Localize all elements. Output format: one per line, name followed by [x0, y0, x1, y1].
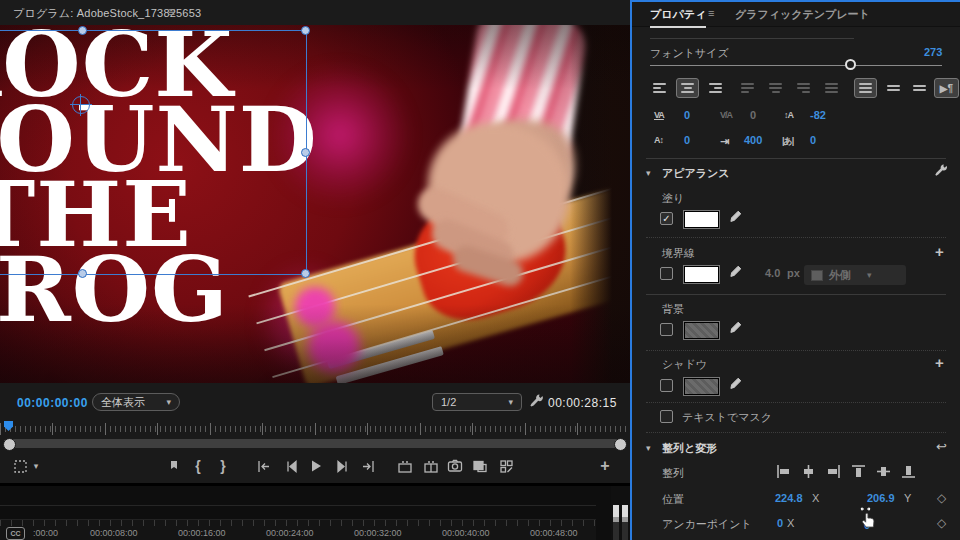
panel-menu-icon[interactable]: ≡ [708, 7, 714, 19]
mark-in-icon[interactable]: { [186, 455, 210, 477]
step-forward-icon[interactable] [330, 455, 354, 477]
stroke-eyedropper-icon[interactable] [729, 264, 742, 282]
align-objects-center-h-icon[interactable] [801, 464, 816, 479]
comparison-view-icon[interactable] [468, 455, 492, 477]
fill-eyedropper-icon[interactable] [729, 209, 742, 227]
chevron-down-icon[interactable]: ▾ [646, 443, 651, 453]
background-color-swatch[interactable] [684, 322, 719, 339]
stroke-checkbox[interactable] [660, 267, 673, 280]
add-marker-icon[interactable] [162, 455, 186, 477]
leading-value[interactable]: -82 [810, 109, 826, 121]
closed-caption-badge[interactable]: CC [6, 527, 25, 540]
shadow-label: シャドウ [662, 357, 707, 372]
scroll-knob-right[interactable] [614, 438, 627, 451]
align-right-button[interactable] [704, 78, 727, 98]
font-size-slider-handle[interactable] [845, 59, 856, 70]
vertical-align-center-button[interactable] [882, 78, 905, 98]
stroke-type-select[interactable]: 外側 ▾ [804, 265, 906, 285]
anchor-y-value[interactable]: 0 [864, 519, 870, 531]
selection-bounding-box[interactable] [0, 30, 307, 275]
selection-marquee-icon[interactable] [8, 455, 32, 477]
add-shadow-button[interactable]: + [935, 354, 944, 371]
multi-camera-icon[interactable] [494, 455, 518, 477]
align-objects-top-icon[interactable] [851, 464, 866, 479]
font-size-value[interactable]: 273 [924, 46, 942, 58]
text-direction-horizontal-button[interactable]: ▶¶ [934, 78, 959, 98]
playback-resolution-select[interactable]: 1/2▾ [432, 393, 522, 411]
anchor-x-value[interactable]: 0 [777, 517, 783, 529]
timeline-ruler[interactable]: CC :00:00 00:00:08:00 00:00:16:00 00:00:… [0, 519, 596, 540]
leading-icon: ↕A [784, 110, 793, 120]
anchor-keyframe-icon[interactable]: ◇ [937, 516, 946, 530]
mark-out-icon[interactable]: } [211, 455, 235, 477]
justify-last-center-button[interactable] [764, 78, 787, 98]
row-divider [646, 294, 946, 295]
shadow-eyedropper-icon[interactable] [729, 376, 742, 394]
video-viewport[interactable]: ROCK AROUND THE FROG [0, 25, 630, 383]
appearance-wrench-icon[interactable] [934, 163, 948, 181]
scroll-knob-left[interactable] [3, 438, 16, 451]
selection-handle-right-middle[interactable] [301, 148, 310, 157]
selection-handle-bottom-right[interactable] [301, 269, 310, 278]
reset-icon[interactable]: ↩ [936, 439, 947, 454]
anchor-point-crosshair[interactable] [72, 96, 90, 114]
tab-properties[interactable]: プロパティ [650, 7, 706, 28]
tracking-value[interactable]: 0 [684, 109, 690, 121]
chevron-down-icon[interactable]: ▾ [646, 168, 651, 178]
export-frame-icon[interactable] [443, 455, 467, 477]
extract-icon[interactable] [419, 455, 443, 477]
lift-icon[interactable] [393, 455, 417, 477]
selection-handle-top-right[interactable] [301, 26, 310, 35]
settings-wrench-icon[interactable] [529, 393, 544, 412]
align-objects-right-icon[interactable] [826, 464, 841, 479]
tsume-value[interactable]: 0 [810, 134, 816, 146]
stroke-unit-label: px [787, 267, 800, 279]
transform-header[interactable]: 整列と変形 [662, 441, 717, 456]
align-objects-left-icon[interactable] [776, 464, 791, 479]
background-checkbox[interactable] [660, 323, 673, 336]
justify-last-right-button[interactable] [792, 78, 815, 98]
shadow-checkbox[interactable] [660, 379, 673, 392]
justify-all-button[interactable] [820, 78, 843, 98]
justify-last-left-button[interactable] [736, 78, 759, 98]
add-button[interactable]: + [593, 455, 617, 477]
panel-menu-icon[interactable]: ≡ [168, 5, 175, 19]
monitor-mini-timeline[interactable] [0, 423, 630, 435]
mask-with-text-checkbox[interactable] [660, 410, 673, 423]
position-keyframe-icon[interactable]: ◇ [937, 491, 946, 505]
shadow-color-swatch[interactable] [684, 378, 719, 395]
align-left-button[interactable] [648, 78, 671, 98]
zoom-level-select[interactable]: 全体表示▾ [92, 393, 180, 411]
add-stroke-button[interactable]: + [935, 243, 944, 260]
timeline-panel: CC :00:00 00:00:08:00 00:00:16:00 00:00:… [0, 483, 630, 540]
selection-handle-top-center[interactable] [78, 26, 87, 35]
position-y-value[interactable]: 206.9 [867, 492, 895, 504]
play-icon[interactable] [304, 455, 328, 477]
position-x-value[interactable]: 224.8 [775, 492, 803, 504]
fill-color-swatch[interactable] [684, 211, 719, 228]
vertical-align-top-button[interactable] [854, 78, 877, 98]
vertical-align-bottom-button[interactable] [908, 78, 931, 98]
go-to-out-icon[interactable] [356, 455, 380, 477]
section-divider [646, 158, 946, 159]
tab-graphic-templates[interactable]: グラフィックテンプレート [735, 7, 870, 22]
step-back-icon[interactable] [279, 455, 303, 477]
chevron-down-icon: ▾ [166, 397, 171, 407]
fill-checkbox[interactable]: ✓ [660, 212, 673, 225]
chevron-down-icon[interactable]: ▾ [30, 455, 42, 477]
kerning-value[interactable]: 0 [750, 109, 756, 121]
selection-handle-bottom-center[interactable] [78, 269, 87, 278]
monitor-zoom-scrollbar[interactable] [4, 439, 626, 448]
align-objects-center-v-icon[interactable] [876, 464, 891, 479]
tab-width-value[interactable]: 400 [744, 134, 762, 146]
appearance-header[interactable]: アピアランス [662, 166, 730, 181]
go-to-in-icon[interactable] [251, 455, 275, 477]
align-objects-bottom-icon[interactable] [901, 464, 916, 479]
current-timecode[interactable]: 00:00:00:00 [17, 396, 88, 410]
font-size-slider-track[interactable] [650, 65, 942, 66]
stroke-color-swatch[interactable] [684, 266, 719, 283]
background-eyedropper-icon[interactable] [729, 320, 742, 338]
stroke-width-value[interactable]: 4.0 [765, 267, 780, 279]
align-center-button[interactable] [676, 78, 699, 98]
baseline-shift-value[interactable]: 0 [684, 134, 690, 146]
